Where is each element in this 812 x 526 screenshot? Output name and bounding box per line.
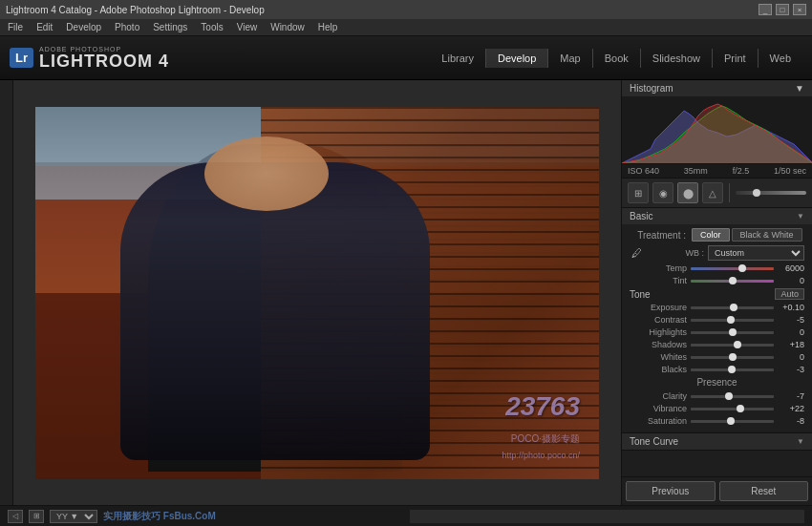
histogram-toggle[interactable]: ▼ [795, 83, 804, 94]
spot-removal-tool[interactable]: ◉ [652, 182, 673, 203]
shadows-thumb[interactable] [734, 341, 741, 348]
maximize-button[interactable]: □ [776, 4, 789, 15]
feather-slider[interactable] [736, 191, 806, 195]
whites-value: 0 [778, 352, 804, 362]
menu-tools[interactable]: Tools [201, 22, 223, 32]
color-button[interactable]: Color [692, 228, 730, 242]
highlights-thumb[interactable] [729, 328, 737, 336]
blacks-value: -3 [778, 365, 804, 374]
saturation-row: Saturation -8 [630, 416, 804, 426]
grid-view-icon[interactable]: ⊞ [29, 510, 44, 523]
watermark-url: http://photo.poco.cn/ [502, 451, 580, 460]
tab-slideshow[interactable]: Slideshow [641, 49, 713, 68]
left-panel-toggle[interactable]: ◁ [8, 510, 23, 523]
menu-file[interactable]: File [8, 22, 23, 32]
tab-book[interactable]: Book [593, 49, 641, 68]
saturation-thumb[interactable] [727, 417, 735, 425]
window-controls[interactable]: _ □ × [759, 4, 806, 15]
menu-view[interactable]: View [237, 22, 258, 32]
highlights-value: 0 [778, 327, 804, 337]
tab-develop[interactable]: Develop [486, 49, 548, 68]
reset-button[interactable]: Reset [719, 481, 809, 501]
tint-track[interactable] [691, 280, 774, 283]
right-panel: Histogram ▼ ISO 640 35mm f/2.5 1/50 sec [621, 80, 812, 505]
tab-map[interactable]: Map [548, 49, 592, 68]
exposure-thumb[interactable] [730, 304, 737, 311]
blacks-thumb[interactable] [728, 366, 736, 373]
wb-select[interactable]: Custom As Shot Daylight Cloudy [708, 245, 804, 261]
histogram-section: Histogram ▼ ISO 640 35mm f/2.5 1/50 sec [622, 80, 812, 179]
treatment-row: Treatment : Color Black & White [630, 228, 804, 242]
tint-thumb[interactable] [729, 277, 737, 284]
vibrance-track[interactable] [691, 408, 774, 410]
shadows-track[interactable] [691, 344, 774, 347]
bottom-left: ◁ ⊞ YY ▼ Fit Fill 1:1 实用摄影技巧 FsBus.CoM [8, 510, 402, 523]
tab-print[interactable]: Print [713, 49, 759, 68]
previous-button[interactable]: Previous [626, 481, 716, 501]
bottom-bar: ◁ ⊞ YY ▼ Fit Fill 1:1 实用摄影技巧 FsBus.CoM [0, 505, 812, 526]
saturation-track[interactable] [691, 420, 774, 423]
graduated-filter-tool[interactable]: △ [702, 182, 723, 203]
contrast-track[interactable] [691, 319, 774, 322]
filmstrip-scroll[interactable] [410, 510, 804, 523]
clarity-track[interactable] [691, 395, 774, 398]
clarity-thumb[interactable] [725, 392, 733, 400]
whites-thumb[interactable] [729, 353, 737, 361]
bw-button[interactable]: Black & White [732, 228, 802, 242]
contrast-thumb[interactable] [727, 316, 735, 324]
auto-button[interactable]: Auto [775, 288, 804, 300]
temp-value: 6000 [778, 263, 804, 273]
treatment-label: Treatment : [630, 230, 692, 241]
tab-web[interactable]: Web [759, 49, 802, 68]
clarity-row: Clarity -7 [630, 391, 804, 401]
tone-curve-header[interactable]: Tone Curve ▼ [622, 433, 812, 450]
zoom-select[interactable]: YY ▼ Fit Fill 1:1 [50, 510, 97, 523]
watermark-text: 23763 [505, 391, 580, 422]
temp-thumb[interactable] [738, 264, 746, 272]
menu-develop[interactable]: Develop [66, 22, 101, 32]
vibrance-value: +22 [778, 404, 804, 413]
contrast-row: Contrast -5 [630, 315, 804, 325]
close-button[interactable]: × [793, 4, 806, 15]
basic-header[interactable]: Basic ▼ [622, 208, 812, 224]
watermark-brand: POCO·摄影专题 [511, 432, 580, 446]
shadows-label: Shadows [630, 340, 687, 349]
crop-tool[interactable]: ⊞ [628, 182, 649, 203]
menu-window[interactable]: Window [270, 22, 305, 32]
hist-iso: ISO 640 [628, 166, 659, 176]
left-panel [0, 80, 13, 505]
hist-shutter: 1/50 sec [774, 166, 806, 176]
treatment-buttons: Color Black & White [692, 228, 802, 242]
tab-library[interactable]: Library [430, 49, 486, 68]
vibrance-row: Vibrance +22 [630, 404, 804, 413]
clarity-value: -7 [778, 391, 804, 401]
wb-eyedropper[interactable]: 🖊 [630, 246, 643, 260]
histogram-info: ISO 640 35mm f/2.5 1/50 sec [622, 163, 812, 178]
menu-help[interactable]: Help [318, 22, 338, 32]
app-name: LIGHTROOM 4 [39, 53, 169, 70]
whites-track[interactable] [691, 356, 774, 359]
hist-focal: 35mm [684, 166, 708, 176]
menu-settings[interactable]: Settings [153, 22, 187, 32]
minimize-button[interactable]: _ [759, 4, 772, 15]
title-bar: Lightroom 4 Catalog - Adobe Photoshop Li… [0, 0, 812, 19]
menu-photo[interactable]: Photo [115, 22, 139, 32]
vibrance-thumb[interactable] [737, 405, 744, 412]
temp-track[interactable] [691, 267, 774, 270]
exposure-track[interactable] [691, 306, 774, 309]
tone-curve-section: Tone Curve ▼ [622, 433, 812, 451]
tool-separator [729, 183, 730, 202]
blacks-track[interactable] [691, 368, 774, 371]
highlights-track[interactable] [691, 331, 774, 334]
photo-area: 23763 POCO·摄影专题 http://photo.poco.cn/ [13, 80, 621, 505]
tone-header: Tone Auto [630, 288, 804, 300]
menu-edit[interactable]: Edit [36, 22, 53, 32]
red-eye-tool[interactable]: ⬤ [677, 182, 698, 203]
feather-thumb[interactable] [753, 189, 760, 197]
highlights-label: Highlights [630, 327, 687, 337]
tone-label: Tone [630, 289, 651, 300]
exposure-row: Exposure +0.10 [630, 303, 804, 312]
histogram-header: Histogram ▼ [622, 80, 812, 96]
person-head [204, 137, 329, 211]
wb-label: WB : [647, 248, 704, 258]
